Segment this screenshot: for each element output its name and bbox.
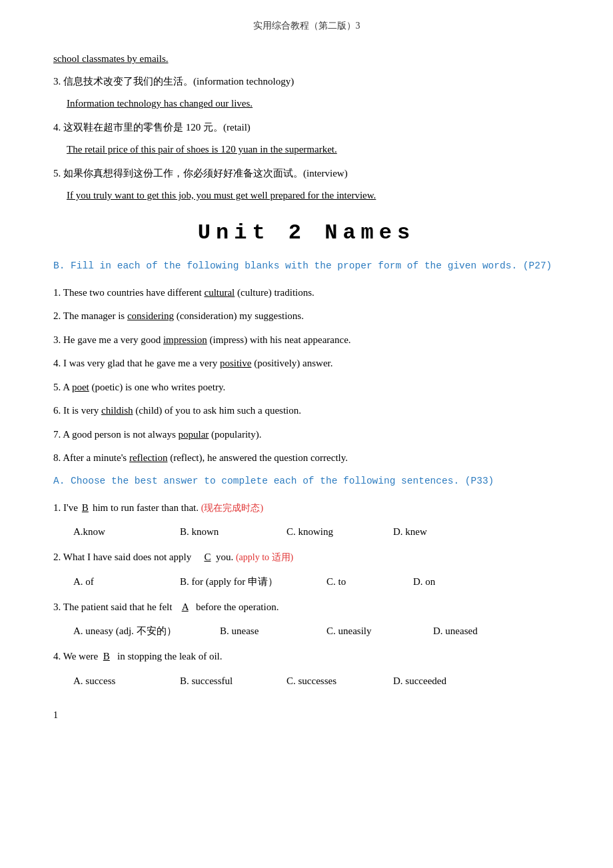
item-hint-red: (现在完成时态) — [201, 503, 263, 513]
item-text-after: with his neat appearance. — [247, 334, 350, 345]
item-num: 8. — [53, 452, 63, 463]
line1-text: school classmates by emails. — [53, 53, 168, 64]
list-item: 1. These two countries have different cu… — [53, 284, 560, 302]
item-text-after: in stopping the leak of oil. — [117, 651, 222, 661]
item-answer: positive — [220, 358, 252, 368]
item-num: 4. — [53, 358, 63, 368]
list-item: 5. A poet (poetic) is one who writes poe… — [53, 379, 560, 396]
section-a-instruction-text: A. Choose the best answer to complete ea… — [53, 476, 494, 486]
option-b: B. for (apply for 申请） — [180, 573, 326, 591]
q4-answer: The retail price of this pair of shoes i… — [67, 141, 560, 159]
answer-options: A. of B. for (apply for 申请） C. to D. on — [73, 573, 560, 591]
item-answer: reflection — [129, 452, 167, 463]
q5-chinese-text: 5. 如果你真想得到这份工作，你必须好好准备这次面试。(interview) — [53, 168, 348, 179]
q5-answer-text: If you truly want to get this job, you m… — [67, 190, 376, 201]
item-text-before: What I have said does not apply — [63, 552, 191, 562]
top-section: school classmates by emails. 3. 信息技术改变了我… — [53, 51, 560, 205]
item-hint-text: (child) — [135, 405, 162, 416]
item-num: 5. — [53, 382, 63, 392]
option-b: B. unease — [220, 622, 326, 640]
item-hint-text: (impress) — [210, 334, 248, 345]
item-text-after: answer. — [300, 358, 332, 368]
continuation-line: school classmates by emails. — [53, 51, 560, 68]
option-c: C. to — [326, 573, 413, 591]
item-text-after: him to run faster than that. — [93, 502, 199, 513]
item-num: 7. — [53, 429, 63, 440]
item-num: 1. — [53, 287, 63, 298]
item-answer: considering — [127, 310, 174, 321]
page-number: 1 — [53, 710, 560, 721]
item-num: 3. — [53, 602, 63, 612]
option-d: D. uneased — [433, 622, 540, 640]
option-c: C. successes — [287, 672, 393, 690]
list-item: 6. It is very childish (child) of you to… — [53, 402, 560, 420]
item-hint-text: (popularity) — [211, 429, 259, 440]
item-answer: childish — [101, 405, 133, 416]
item-text-after: of you to ask him such a question. — [162, 405, 301, 416]
list-item: 7. A good person is not always popular (… — [53, 426, 560, 444]
item-text-after: you. — [216, 552, 233, 562]
header-title: 实用综合教程（第二版）3 — [253, 21, 360, 31]
q3-answer-text: Information technology has changed our l… — [67, 98, 253, 109]
option-a: A. of — [73, 573, 180, 591]
list-item: 4. We were B in stopping the leak of oil… — [53, 648, 560, 665]
item-text-before: He gave me a very good — [63, 334, 163, 345]
item-answer: A — [182, 602, 189, 612]
unit-title-text: Unit 2 Names — [198, 220, 415, 245]
item-num: 1. I've — [53, 502, 78, 513]
option-a: A.know — [73, 523, 180, 541]
option-d: D. knew — [393, 523, 500, 541]
item-hint-red: (apply to 适用) — [236, 552, 293, 562]
item-answer: cultural — [204, 287, 235, 298]
item-text-before: These two countries have different — [63, 287, 205, 298]
option-b: B. successful — [180, 672, 287, 690]
option-b: B. known — [180, 523, 287, 541]
q5-answer: If you truly want to get this job, you m… — [67, 187, 560, 205]
option-a: A. uneasy (adj. 不安的） — [73, 622, 220, 640]
item-text-before: After a minute's — [63, 452, 129, 463]
item-text-after: . — [259, 429, 262, 440]
item-text-before: The manager is — [63, 310, 127, 321]
list-item: 8. After a minute's reflection (reflect)… — [53, 450, 560, 467]
item-num: 3. — [53, 334, 63, 345]
section-a: A. Choose the best answer to complete ea… — [53, 474, 560, 690]
list-item: 3. The patient said that he felt A befor… — [53, 599, 560, 616]
item-hint-text: (positively) — [254, 358, 300, 368]
item-text-before: I was very glad that he gave me a very — [63, 358, 220, 368]
section-b-instruction-text: B. Fill in each of the following blanks … — [53, 260, 552, 271]
unit-title: Unit 2 Names — [53, 220, 560, 245]
item-text-after: before the operation. — [196, 602, 279, 612]
answer-options: A.know B. known C. knowing D. knew — [73, 523, 560, 541]
item-answer: B — [103, 651, 110, 661]
option-d: D. succeeded — [393, 672, 500, 690]
item-text-before: A good person is not always — [63, 429, 178, 440]
q4-answer-text: The retail price of this pair of shoes i… — [67, 144, 337, 155]
option-c: C. uneasily — [326, 622, 433, 640]
page-header: 实用综合教程（第二版）3 — [53, 20, 560, 32]
list-item: 3. He gave me a very good impression (im… — [53, 332, 560, 349]
item-hint-text: (poetic) — [92, 382, 123, 392]
item-text-before: A — [63, 382, 72, 392]
item-hint-text: (reflect) — [170, 452, 202, 463]
section-b: B. Fill in each of the following blanks … — [53, 258, 560, 467]
item-text-after: is one who writes poetry. — [123, 382, 225, 392]
answer-options: A. uneasy (adj. 不安的） B. unease C. uneasi… — [73, 622, 560, 640]
q3-answer: Information technology has changed our l… — [67, 95, 560, 113]
item-answer: C — [204, 552, 211, 562]
item-num: 2. — [53, 310, 63, 321]
list-item: 2. The manager is considering (considera… — [53, 308, 560, 325]
section-b-instruction: B. Fill in each of the following blanks … — [53, 258, 560, 274]
item-num: 2. — [53, 552, 63, 562]
item-answer: popular — [179, 429, 209, 440]
option-c: C. knowing — [287, 523, 393, 541]
section-a-instruction: A. Choose the best answer to complete ea… — [53, 474, 560, 489]
option-d: D. on — [413, 573, 520, 591]
q4-chinese-text: 4. 这双鞋在超市里的零售价是 120 元。(retail) — [53, 122, 251, 133]
item-answer: poet — [72, 382, 89, 392]
item-hint-text: (consideration) — [177, 310, 237, 321]
item-text-before: The patient said that he felt — [63, 602, 173, 612]
item-answer: B — [78, 502, 93, 513]
item-answer: impression — [163, 334, 207, 345]
item-num: 6. — [53, 405, 63, 416]
item-text-before: It is very — [63, 405, 101, 416]
